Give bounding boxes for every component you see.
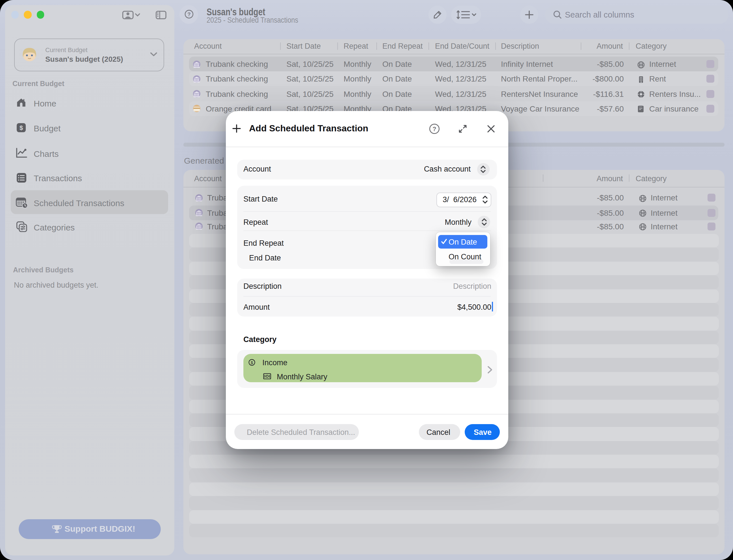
svg-text:?: ? bbox=[432, 125, 436, 132]
svg-text:?: ? bbox=[187, 11, 190, 17]
svg-text:$: $ bbox=[19, 124, 23, 131]
svg-text:$: $ bbox=[251, 360, 253, 365]
